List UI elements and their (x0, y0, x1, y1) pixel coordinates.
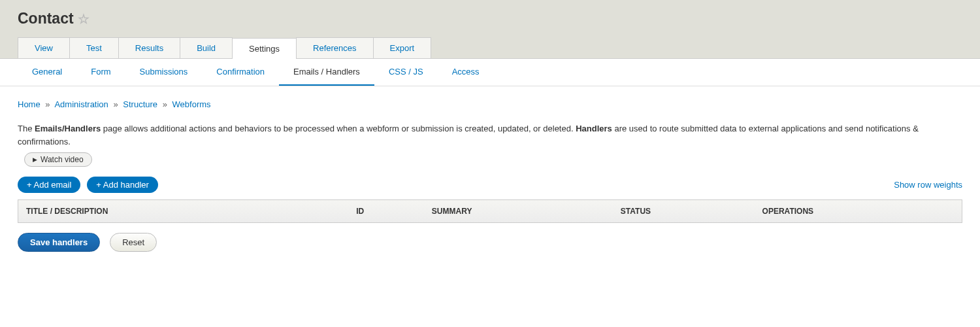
tab-references[interactable]: References (296, 37, 373, 58)
page-title: Contact ☆ (18, 10, 962, 27)
star-icon[interactable]: ☆ (78, 11, 90, 27)
page-title-text: Contact (18, 10, 74, 27)
show-row-weights-link[interactable]: Show row weights (894, 180, 962, 190)
breadcrumb-structure[interactable]: Structure (123, 99, 157, 109)
subtab-confirmation[interactable]: Confirmation (202, 59, 279, 86)
secondary-tabs-wrapper: General Form Submissions Confirmation Em… (0, 59, 980, 86)
page-description: The Emails/Handlers page allows addition… (18, 122, 962, 148)
form-actions: Save handlers Reset (18, 233, 962, 252)
breadcrumb-webforms[interactable]: Webforms (172, 99, 211, 109)
add-email-button[interactable]: + Add email (18, 177, 80, 193)
subtab-emails-handlers[interactable]: Emails / Handlers (279, 59, 374, 86)
breadcrumb-sep: » (113, 99, 118, 109)
tab-view[interactable]: View (18, 37, 70, 58)
breadcrumb: Home » Administration » Structure » Webf… (18, 99, 962, 109)
subtab-css-js[interactable]: CSS / JS (374, 59, 438, 86)
reset-button[interactable]: Reset (110, 233, 157, 252)
add-handler-button[interactable]: + Add handler (87, 177, 158, 193)
tab-results[interactable]: Results (118, 37, 180, 58)
subtab-form[interactable]: Form (76, 59, 125, 86)
th-id: ID (348, 200, 424, 223)
subtab-access[interactable]: Access (438, 59, 494, 86)
actions-row: + Add email + Add handler Show row weigh… (18, 177, 962, 193)
subtab-general[interactable]: General (18, 59, 76, 86)
th-status: STATUS (613, 200, 755, 223)
subtab-submissions[interactable]: Submissions (125, 59, 203, 86)
th-operations: OPERATIONS (755, 200, 962, 223)
tab-export[interactable]: Export (373, 37, 432, 58)
content: Home » Administration » Structure » Webf… (0, 86, 980, 265)
tab-build[interactable]: Build (180, 37, 233, 58)
tab-settings[interactable]: Settings (232, 38, 297, 59)
watch-video-button[interactable]: Watch video (24, 152, 92, 167)
th-summary: SUMMARY (424, 200, 613, 223)
header-region: Contact ☆ View Test Results Build Settin… (0, 0, 980, 59)
secondary-tabs: General Form Submissions Confirmation Em… (18, 59, 962, 86)
breadcrumb-administration[interactable]: Administration (54, 99, 108, 109)
save-handlers-button[interactable]: Save handlers (18, 233, 100, 252)
primary-tabs: View Test Results Build Settings Referen… (18, 37, 962, 58)
breadcrumb-sep: » (163, 99, 167, 109)
breadcrumb-home[interactable]: Home (18, 99, 41, 109)
handlers-table: TITLE / DESCRIPTION ID SUMMARY STATUS OP… (18, 199, 962, 223)
tab-test[interactable]: Test (69, 37, 119, 58)
th-title: TITLE / DESCRIPTION (18, 200, 349, 223)
breadcrumb-sep: » (45, 99, 50, 109)
